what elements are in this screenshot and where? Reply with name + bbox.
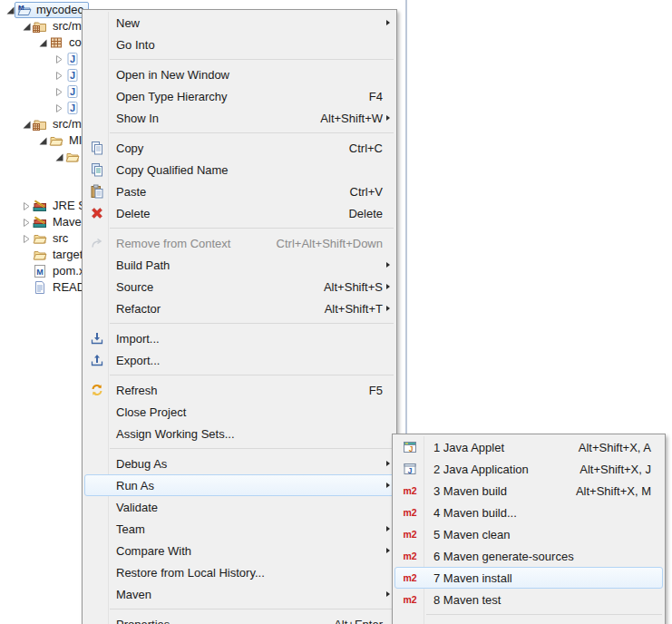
twisty-collapsed-icon[interactable] bbox=[20, 217, 33, 228]
m2-icon: m2 bbox=[395, 549, 424, 563]
tree-item-label: src bbox=[50, 231, 71, 246]
export-icon bbox=[85, 353, 109, 367]
menu-item-assign-working-sets[interactable]: Assign Working Sets... bbox=[84, 423, 394, 444]
twisty-collapsed-icon[interactable] bbox=[53, 70, 65, 81]
java-application-icon: J bbox=[395, 462, 424, 476]
svg-text:J: J bbox=[70, 86, 75, 97]
submenu-arrow-icon bbox=[383, 306, 394, 311]
submenu-arrow-icon bbox=[383, 115, 394, 121]
menu-item-label: 7 Maven install bbox=[433, 571, 512, 585]
menu-item-2-java-application[interactable]: J2 Java ApplicationAlt+Shift+X, J bbox=[394, 458, 663, 480]
twisty-collapsed-icon[interactable] bbox=[20, 200, 33, 211]
menu-item-remove-from-context: Remove from ContextCtrl+Alt+Shift+Down bbox=[84, 232, 394, 254]
svg-text:J: J bbox=[70, 70, 75, 81]
menu-separator bbox=[110, 609, 394, 609]
text-file-icon bbox=[33, 280, 47, 295]
menu-item-close-project[interactable]: Close Project bbox=[84, 401, 394, 423]
menu-separator bbox=[110, 375, 394, 375]
menu-item-7-maven-install[interactable]: m27 Maven install bbox=[394, 567, 663, 589]
m2-icon: m2 bbox=[395, 570, 424, 585]
menu-item-restore-from-local-history[interactable]: Restore from Local History... bbox=[84, 561, 394, 583]
menu-item-label: 1 Java Applet bbox=[433, 441, 504, 454]
menu-item-label: New bbox=[116, 16, 140, 30]
source-folder-icon bbox=[33, 19, 47, 34]
m2-icon: m2 bbox=[395, 527, 424, 541]
menu-item-delete[interactable]: DeleteDelete bbox=[84, 202, 394, 224]
java-file-icon: J bbox=[65, 101, 80, 115]
menu-item-team[interactable]: Team bbox=[84, 518, 394, 540]
menu-item-5-maven-clean[interactable]: m25 Maven clean bbox=[394, 523, 663, 545]
twisty-expanded-icon[interactable] bbox=[36, 37, 49, 48]
menu-item-4-maven-build[interactable]: m24 Maven build... bbox=[394, 502, 663, 523]
menu-item-label: Go Into bbox=[116, 38, 155, 52]
menu-item-label: Team bbox=[116, 522, 145, 536]
menu-item-accelerator: F5 bbox=[353, 384, 383, 397]
menu-separator bbox=[110, 228, 394, 229]
menu-item-copy-qualified-name[interactable]: Copy Qualified Name bbox=[84, 159, 394, 180]
twisty-collapsed-icon[interactable] bbox=[53, 86, 65, 97]
import-icon bbox=[85, 331, 109, 346]
menu-item-accelerator: Alt+Shift+X, J bbox=[563, 463, 651, 476]
menu-item-open-in-new-window[interactable]: Open in New Window bbox=[84, 63, 394, 85]
menu-item-go-into[interactable]: Go Into bbox=[84, 34, 394, 55]
m2-icon: m2 bbox=[395, 592, 424, 607]
menu-item-label: Source bbox=[116, 280, 153, 294]
menu-item-label: Maven bbox=[116, 588, 151, 601]
menu-item-show-in[interactable]: Show InAlt+Shift+W bbox=[84, 107, 394, 129]
menu-item-validate[interactable]: Validate bbox=[84, 496, 394, 518]
java-applet-icon: J bbox=[395, 440, 424, 454]
menu-item-new[interactable]: New bbox=[84, 12, 394, 34]
svg-text:J: J bbox=[70, 54, 75, 64]
m2-icon: m2 bbox=[395, 483, 424, 498]
menu-item-label: Compare With bbox=[116, 544, 191, 558]
menu-item-run-configurations[interactable]: Run Configurations... bbox=[394, 619, 663, 624]
twisty-expanded-icon[interactable] bbox=[36, 135, 49, 146]
tree-selection-box: Mmycodec bbox=[15, 2, 89, 18]
project-context-menu: NewGo IntoOpen in New WindowOpen Type Hi… bbox=[82, 9, 397, 624]
submenu-arrow-icon bbox=[383, 20, 394, 25]
menu-item-label: Debug As bbox=[116, 457, 167, 471]
menu-item-8-maven-test[interactable]: m28 Maven test bbox=[394, 589, 663, 610]
menu-item-3-maven-build[interactable]: m23 Maven buildAlt+Shift+X, M bbox=[394, 480, 663, 502]
menu-item-accelerator: Alt+Shift+W bbox=[304, 112, 383, 125]
maven-project-icon: M bbox=[17, 3, 32, 17]
twisty-collapsed-icon[interactable] bbox=[53, 102, 65, 113]
menu-item-refactor[interactable]: RefactorAlt+Shift+T bbox=[84, 297, 394, 319]
menu-item-accelerator: Alt+Shift+X, A bbox=[562, 441, 651, 454]
submenu-arrow-icon bbox=[383, 262, 394, 268]
run-as-submenu: J1 Java AppletAlt+Shift+X, AJ2 Java Appl… bbox=[392, 434, 666, 624]
menu-item-label: Delete bbox=[116, 207, 151, 220]
menu-item-refresh[interactable]: RefreshF5 bbox=[84, 379, 394, 401]
menu-item-paste[interactable]: PasteCtrl+V bbox=[84, 180, 394, 202]
java-file-icon: J bbox=[65, 52, 80, 66]
menu-item-accelerator: F4 bbox=[353, 90, 383, 103]
menu-item-open-type-hierarchy[interactable]: Open Type HierarchyF4 bbox=[84, 85, 394, 107]
menu-item-label: Open in New Window bbox=[116, 68, 229, 82]
java-file-icon: J bbox=[65, 68, 80, 83]
menu-item-run-as[interactable]: Run As bbox=[84, 474, 394, 496]
menu-item-properties[interactable]: PropertiesAlt+Enter bbox=[84, 613, 394, 624]
twisty-collapsed-icon[interactable] bbox=[20, 233, 33, 244]
menu-item-6-maven-generate-sources[interactable]: m26 Maven generate-sources bbox=[394, 545, 663, 567]
menu-item-maven[interactable]: Maven bbox=[84, 583, 394, 605]
twisty-expanded-icon[interactable] bbox=[53, 151, 65, 162]
menu-item-debug-as[interactable]: Debug As bbox=[84, 453, 394, 474]
menu-item-source[interactable]: SourceAlt+Shift+S bbox=[84, 276, 394, 297]
menu-item-compare-with[interactable]: Compare With bbox=[84, 540, 394, 561]
twisty-placeholder bbox=[20, 266, 33, 277]
twisty-expanded-icon[interactable] bbox=[20, 21, 33, 32]
copy-icon bbox=[85, 141, 109, 155]
java-file-icon: J bbox=[65, 84, 80, 99]
m2-icon: m2 bbox=[395, 505, 424, 520]
source-folder-icon bbox=[33, 117, 47, 132]
menu-item-build-path[interactable]: Build Path bbox=[84, 254, 394, 276]
menu-item-import[interactable]: Import... bbox=[84, 327, 394, 349]
svg-text:m2: m2 bbox=[403, 529, 416, 540]
menu-item-1-java-applet[interactable]: J1 Java AppletAlt+Shift+X, A bbox=[394, 436, 663, 458]
svg-text:m2: m2 bbox=[403, 507, 416, 518]
twisty-collapsed-icon[interactable] bbox=[53, 54, 65, 64]
menu-item-copy[interactable]: CopyCtrl+C bbox=[84, 137, 394, 159]
menu-item-export[interactable]: Export... bbox=[84, 349, 394, 371]
twisty-placeholder bbox=[20, 249, 33, 260]
twisty-expanded-icon[interactable] bbox=[20, 119, 33, 130]
